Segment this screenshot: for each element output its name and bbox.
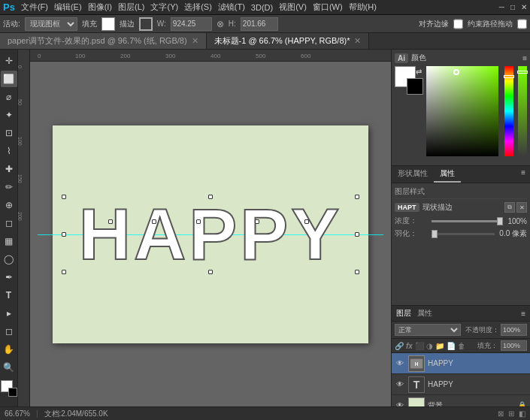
fx-icon[interactable]: fx [406,342,413,350]
color-panel-menu[interactable]: ≡ [522,54,527,62]
folder-icon[interactable]: 📁 [435,342,444,350]
menu-item-text[interactable]: 文字(Y) [150,2,178,13]
layer-0-eye[interactable]: 👁 [395,358,405,369]
canvas-document: HAPPY [30,62,391,406]
handle-tl[interactable] [62,195,66,199]
color-gradient[interactable] [426,66,498,156]
zoom-tool[interactable]: 🔍 [1,359,17,376]
menu-bar: Ps 文件(F) 编辑(E) 图像(I) 图层(L) 文字(Y) 选择(S) 滤… [0,0,530,15]
layer-item-happy-text[interactable]: 👁 T HAPPY [392,374,530,395]
opacity-row: 浓度： 100% [395,216,527,226]
shape-tool[interactable]: ◻ [1,323,17,340]
tab-0-close[interactable]: ✕ [192,36,198,46]
window-minimize[interactable]: ─ [499,3,504,11]
main-layout: ✛ ⬜ ⌀ ✦ ⊡ ⌇ ✚ ✏ ⊕ ◻ ▦ ◯ ✒ T ▸ ◻ ✋ 🔍 0 [0,50,530,406]
menu-item-image[interactable]: 图像(I) [88,2,112,13]
type-tool[interactable]: T [1,287,17,304]
density-slider-thumb[interactable] [432,230,438,238]
layers-panel-menu[interactable]: ≡ [521,310,525,318]
menu-item-3d[interactable]: 3D(D) [251,3,273,12]
stamp-tool[interactable]: ⊕ [1,197,17,213]
window-close[interactable]: ✕ [521,3,527,11]
align-edges-checkbox[interactable] [453,17,463,31]
density-value-text: 0.0 像素 [499,228,527,239]
move-tool[interactable]: ✛ [1,53,17,69]
tool-mode-select[interactable]: 现现图框 [25,17,77,31]
document-canvas[interactable]: HAPPY [53,125,368,343]
adjustment-icon[interactable]: ◑ [426,342,433,350]
layers-panel: 图层 属性 ≡ 正常 不透明度： 🔗 fx [392,305,530,406]
lasso-tool[interactable]: ⌀ [1,89,17,105]
props-tab-shape[interactable]: 形状属性 [392,166,434,183]
tab-1[interactable]: 未标题-1 @ 66.7% (HAPPY, RGB/8)* ✕ [207,33,370,49]
menu-item-help[interactable]: 帮助(H) [349,2,377,13]
crop-tool[interactable]: ⊡ [1,125,17,141]
magic-wand-tool[interactable]: ✦ [1,107,17,123]
left-toolbar: ✛ ⬜ ⌀ ✦ ⊡ ⌇ ✚ ✏ ⊕ ◻ ▦ ◯ ✒ T ▸ ◻ ✋ 🔍 [0,50,18,406]
snap-checkbox[interactable] [517,17,527,31]
menu-item-select[interactable]: 选择(S) [184,2,212,13]
props-panel-menu[interactable]: ≡ [516,166,530,183]
menu-item-layer[interactable]: 图层(L) [118,2,144,13]
new-layer-icon[interactable]: 📄 [447,342,456,350]
zoom-display: 66.67% [5,409,30,418]
hand-tool[interactable]: ✋ [1,341,17,358]
eraser-tool[interactable]: ◻ [1,215,17,231]
menu-item-edit[interactable]: 编辑(E) [54,2,82,13]
width-input[interactable] [171,17,212,31]
density-slider-track[interactable] [432,233,495,235]
layer-item-background[interactable]: 👁 背景 🔒 [392,395,530,406]
fill-swatch[interactable] [101,17,115,31]
background-swatch[interactable] [407,78,423,95]
bottom-icon-1[interactable]: ⊠ [498,409,504,418]
path-select-tool[interactable]: ▸ [1,305,17,322]
svg-text:H: H [415,361,419,366]
bottom-icon-2[interactable]: ⊞ [508,409,514,418]
bottom-icon-3[interactable]: ◧ [519,409,525,418]
props-tabs: 形状属性 属性 ≡ [392,166,530,183]
link-icon[interactable]: 🔗 [395,342,404,350]
menu-item-file[interactable]: 文件(F) [21,2,48,13]
bottom-bar: 66.67% | 文档:2.04M/655.0K ⊠ ⊞ ◧ [0,406,530,420]
fill-input[interactable] [501,340,527,351]
tab-0[interactable]: paper调节文件-效果的.psd @ 96.7% (纸, RGB/8) ✕ [0,33,207,49]
dodge-tool[interactable]: ◯ [1,251,17,267]
brush-tool[interactable]: ✏ [1,179,17,195]
rect-select-tool[interactable]: ⬜ [1,71,17,87]
props-tab-properties[interactable]: 属性 [434,166,461,183]
effect-delete-btn[interactable]: ✕ [516,202,527,213]
spot-heal-tool[interactable]: ✚ [1,161,17,177]
handle-bl[interactable] [62,270,66,274]
canvas-area[interactable]: 0 100 200 300 400 500 600 0 50 100 150 2… [18,50,391,406]
blend-mode-select[interactable]: 正常 [395,324,461,336]
layer-2-lock: 🔒 [518,401,527,407]
menu-item-view[interactable]: 视图(V) [279,2,307,13]
handle-tr[interactable] [355,195,359,199]
eyedropper-tool[interactable]: ⌇ [1,143,17,159]
effect-duplicate-btn[interactable]: ⧉ [504,202,515,213]
opacity-slider-thumb[interactable] [497,217,503,225]
layers-tab-properties[interactable]: 属性 [417,308,432,319]
layer-1-eye[interactable]: 👁 [395,379,405,390]
layers-tab-layers[interactable]: 图层 [396,308,411,319]
height-input[interactable] [241,17,278,31]
opacity-slider-track[interactable] [432,220,503,222]
handle-br[interactable] [355,270,359,274]
trash-icon[interactable]: 🗑 [458,342,465,350]
alpha-slider[interactable] [518,66,527,156]
window-maximize[interactable]: □ [510,3,515,11]
layer-item-happy-shape[interactable]: 👁 H HAPPY [392,353,530,374]
stroke-swatch[interactable] [139,17,153,31]
layer-2-eye[interactable]: 👁 [395,400,405,407]
tab-1-close[interactable]: ✕ [354,36,361,46]
swap-colors-icon[interactable]: ⇄ [416,68,422,76]
pen-tool[interactable]: ✒ [1,269,17,286]
gradient-tool[interactable]: ▦ [1,233,17,249]
bg-color-swatch[interactable] [8,388,17,397]
opacity-control-input[interactable] [501,324,527,336]
hue-slider[interactable] [504,66,513,156]
menu-item-window[interactable]: 窗口(W) [313,2,343,13]
color-cursor [453,69,459,75]
menu-item-filter[interactable]: 滤镜(T) [218,2,245,13]
mask-icon[interactable]: ⬛ [415,342,424,350]
